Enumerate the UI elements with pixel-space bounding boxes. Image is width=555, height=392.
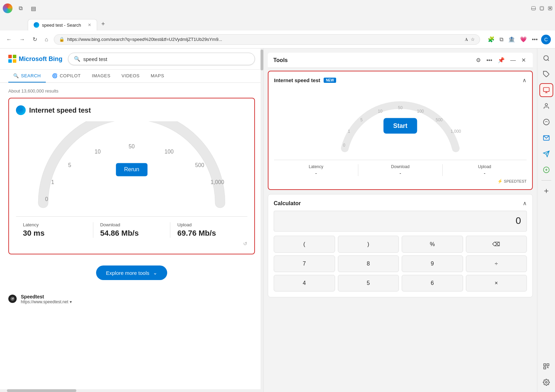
health-icon-btn[interactable]: 💗	[519, 35, 528, 44]
calc-btn-4[interactable]: 4	[274, 275, 335, 291]
calc-display: 0	[274, 211, 527, 232]
nav-images[interactable]: IMAGES	[87, 70, 116, 82]
collections-btn[interactable]: ⧉	[17, 4, 25, 13]
nav-videos[interactable]: VIDEOS	[117, 70, 144, 82]
calc-btn-divide[interactable]: ÷	[466, 255, 527, 272]
nav-copilot[interactable]: 🌀 COPILOT	[47, 70, 86, 82]
browser-add-btn[interactable]: 🏦	[507, 35, 516, 44]
tab-close-btn[interactable]: ✕	[88, 23, 91, 27]
svg-text:10: 10	[378, 109, 383, 114]
calc-btn-7[interactable]: 7	[274, 255, 335, 272]
tools-close-btn[interactable]: ✕	[520, 56, 527, 64]
calc-btn-multiply[interactable]: ×	[466, 275, 527, 291]
bing-panel: Microsoft Bing 🔍 speed test 🔍 SEARCH 🌀 C…	[0, 49, 264, 392]
maximize-btn[interactable]: □	[540, 6, 544, 10]
toolbar-icons: 🧩 ⧉ 🏦 💗 ••• C	[486, 35, 551, 44]
card-collapse-btn[interactable]: ∧	[522, 77, 527, 84]
svg-text:0: 0	[343, 143, 345, 148]
tools-speed-test-card: Internet speed test NEW ∧ 0 1 5 10 50	[268, 71, 533, 190]
calc-btn-close-paren[interactable]: )	[338, 236, 399, 253]
new-tab-btn[interactable]: +	[99, 18, 108, 31]
speedtest-brand-text: SPEEDTEST	[504, 179, 527, 183]
horizontal-scrollbar[interactable]	[0, 389, 263, 392]
sidebar-search-btn[interactable]	[539, 51, 553, 65]
tools-pin-btn[interactable]: 📌	[496, 56, 506, 64]
bing-logo-text: Microsoft Bing	[19, 55, 62, 63]
tools-minimize-btn[interactable]: —	[509, 56, 517, 64]
sidebar-copilot-btn[interactable]	[539, 115, 553, 129]
speedtest-brand: ⚡ SPEEDTEST	[274, 179, 527, 184]
tools-filter-btn[interactable]: ⚙	[475, 56, 482, 64]
calc-collapse-btn[interactable]: ∧	[523, 200, 527, 207]
result-info: Speedtest https://www.speedtest.net ▾	[21, 294, 72, 304]
url-dropdown-icon[interactable]: ▾	[70, 299, 72, 304]
mini-speedometer: 0 1 5 10 50 100 500 1,000 Start	[274, 88, 527, 157]
tools-upload-label: Upload	[443, 164, 527, 169]
svg-text:50: 50	[129, 144, 135, 150]
sidebar-settings-btn[interactable]	[539, 375, 553, 389]
close-btn[interactable]: ✕	[548, 6, 552, 10]
svg-text:10: 10	[95, 149, 101, 155]
nav-search[interactable]: 🔍 SEARCH	[8, 70, 46, 82]
back-btn[interactable]: ←	[4, 35, 14, 44]
calc-btn-5[interactable]: 5	[338, 275, 399, 291]
logo-sq-red	[8, 55, 12, 58]
calc-btn-8[interactable]: 8	[338, 255, 399, 272]
more-btn[interactable]: •••	[530, 35, 539, 44]
search-box[interactable]: 🔍 speed test	[68, 53, 255, 65]
speedometer-container: 0 1 5 10 50 100 500 1,000	[16, 121, 247, 211]
svg-point-1	[20, 110, 22, 111]
sidebar-game-btn[interactable]	[539, 163, 553, 177]
sidebar-scan-btn[interactable]	[539, 359, 553, 373]
calc-btn-open-paren[interactable]: (	[274, 236, 335, 253]
calc-btn-percent[interactable]: %	[402, 236, 463, 253]
start-btn[interactable]: Start	[383, 118, 417, 134]
main-layout: Microsoft Bing 🔍 speed test 🔍 SEARCH 🌀 C…	[0, 49, 555, 392]
logo-sq-green	[13, 55, 16, 58]
tools-more-btn[interactable]: •••	[485, 56, 494, 64]
sidebar-telegram-btn[interactable]	[539, 147, 553, 161]
active-tab[interactable]: speed test - Search ✕	[28, 19, 97, 31]
widget-favicon	[16, 105, 26, 115]
tools-download-label: Download	[358, 164, 442, 169]
widget-title-text: Internet speed test	[29, 106, 91, 114]
svg-text:100: 100	[164, 149, 173, 155]
refresh-icon[interactable]: ↺	[243, 241, 247, 246]
sidebar-outlook-btn[interactable]	[539, 131, 553, 145]
svg-point-35	[545, 382, 547, 383]
url-bar[interactable]: 🔒 https://www.bing.com/search?q=speed%20…	[54, 34, 480, 45]
split-screen-btn[interactable]: ⧉	[498, 35, 505, 44]
explore-btn-container: Explore more tools ⌄	[8, 260, 255, 286]
tools-title: Tools	[273, 57, 288, 63]
sidebar-add-btn[interactable]	[539, 184, 553, 198]
bing-logo: Microsoft Bing	[8, 55, 62, 63]
explore-btn-label: Explore more tools	[106, 270, 149, 276]
scrollbar-thumb[interactable]	[261, 50, 263, 70]
sidebar-divider	[541, 180, 551, 181]
sidebar-tools-btn[interactable]	[539, 83, 553, 97]
sidebar-person-btn[interactable]	[539, 99, 553, 113]
scrollbar-track[interactable]	[261, 49, 263, 392]
calc-btn-6[interactable]: 6	[402, 275, 463, 291]
copilot-btn[interactable]: C	[541, 35, 551, 44]
tools-actions: ⚙ ••• 📌 — ✕	[475, 56, 527, 64]
calc-btn-backspace[interactable]: ⌫	[466, 236, 527, 253]
tools-download-stat: Download -	[358, 164, 442, 176]
extensions-btn[interactable]: 🧩	[486, 35, 496, 44]
lock-icon: 🔒	[59, 37, 65, 42]
minimize-btn[interactable]: —	[531, 6, 536, 10]
svg-point-11	[12, 298, 13, 299]
home-btn[interactable]: ⌂	[43, 35, 50, 44]
nav-maps[interactable]: MAPS	[146, 70, 169, 82]
sidebar-toggle-btn[interactable]: ▤	[29, 4, 38, 13]
tools-upload-stat: Upload -	[442, 164, 527, 176]
h-scrollbar-thumb[interactable]	[7, 389, 76, 392]
explore-more-btn[interactable]: Explore more tools ⌄	[96, 265, 167, 280]
speed-stats: Latency 30 ms Download 54.86 Mb/s Upload…	[16, 216, 247, 238]
calculator-card: Calculator ∧ 0 ( ) % ⌫ 7 8 9 ÷ 4 5 6 ×	[268, 194, 533, 297]
refresh-btn[interactable]: ↻	[31, 35, 39, 44]
rerun-btn[interactable]: Rerun	[116, 163, 148, 176]
sidebar-tag-btn[interactable]	[539, 67, 553, 81]
forward-btn[interactable]: →	[17, 35, 27, 44]
calc-btn-9[interactable]: 9	[402, 255, 463, 272]
